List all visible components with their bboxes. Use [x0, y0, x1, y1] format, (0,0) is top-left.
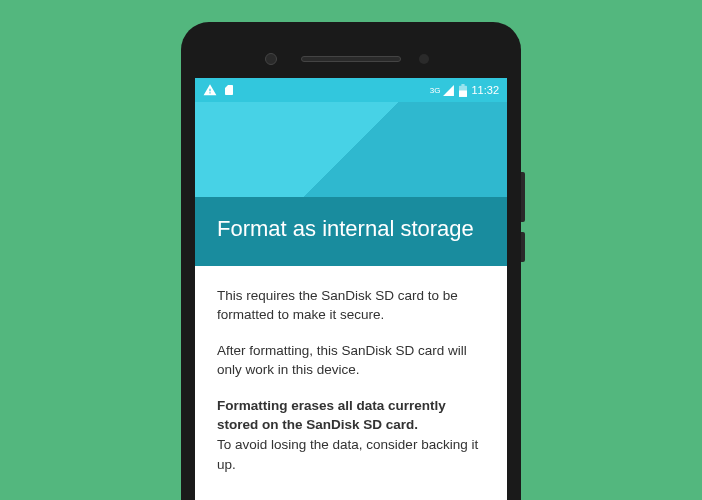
network-type: 3G [430, 86, 441, 95]
page-title: Format as internal storage [195, 197, 507, 266]
phone-earpiece [195, 40, 507, 78]
volume-button [521, 172, 525, 222]
sensor-dot [265, 53, 277, 65]
content-body: This requires the SanDisk SD card to be … [195, 266, 507, 500]
front-camera [419, 54, 429, 64]
paragraph-2: After formatting, this SanDisk SD card w… [217, 341, 485, 380]
screen: 3G 11:32 Format as internal storage This… [195, 78, 507, 500]
paragraph-1: This requires the SanDisk SD card to be … [217, 286, 485, 325]
warning-icon [203, 83, 217, 97]
battery-icon [459, 84, 467, 97]
phone-frame: 3G 11:32 Format as internal storage This… [181, 22, 521, 500]
clock: 11:32 [471, 84, 499, 96]
warning-rest: To avoid losing the data, consider backi… [217, 437, 478, 472]
svg-rect-0 [459, 90, 467, 96]
signal-icon [442, 84, 455, 97]
status-bar: 3G 11:32 [195, 78, 507, 102]
paragraph-3: Formatting erases all data currently sto… [217, 396, 485, 474]
speaker-grille [301, 56, 401, 62]
header-hero [195, 102, 507, 197]
sd-card-icon [223, 83, 235, 97]
warning-bold: Formatting erases all data currently sto… [217, 398, 446, 433]
power-button [521, 232, 525, 262]
